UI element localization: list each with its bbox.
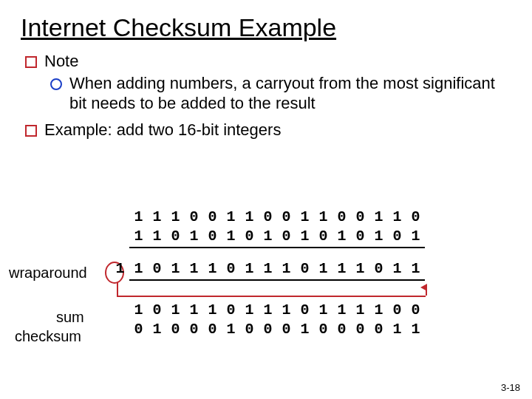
carry-cell: 1 (111, 260, 129, 277)
bit-cell: 1 (296, 228, 314, 245)
arrow-left-icon (420, 284, 427, 291)
bit-cell: 0 (388, 228, 406, 245)
bit-cell: 0 (148, 260, 166, 277)
bullet-note: Note (25, 51, 511, 72)
bit-cell: 0 (351, 321, 369, 338)
bit-cell: 1 (222, 321, 240, 338)
bullet-example-label: Example: add two 16-bit integers (44, 120, 511, 140)
bit-cell: 0 (148, 301, 166, 318)
bit-cell: 0 (332, 321, 351, 338)
bit-cell: 1 (406, 321, 425, 338)
label-checksum: checksum (15, 328, 81, 345)
bit-cell: 0 (166, 321, 185, 338)
bit-cell: 1 (203, 260, 222, 277)
bit-cell: 1 (129, 260, 148, 277)
bit-cell: 0 (259, 321, 277, 338)
bit-cell: 1 (296, 321, 314, 338)
bit-cell: 1 (332, 301, 351, 318)
square-bullet-icon (25, 56, 37, 68)
row-raw-sum: 1 1 0 1 1 1 0 1 1 1 0 1 1 1 0 1 1 (111, 259, 425, 278)
label-sum: sum (56, 309, 84, 326)
bit-cell: 0 (296, 260, 314, 277)
bit-cell: 1 (129, 228, 148, 245)
bit-cell: 1 (148, 228, 166, 245)
bit-cell: 0 (388, 301, 406, 318)
bullet-example: Example: add two 16-bit integers (25, 120, 511, 140)
bit-cell: 1 (369, 208, 388, 225)
bit-cell: 0 (185, 208, 203, 225)
bit-cell: 0 (277, 228, 296, 245)
bit-cell: 1 (351, 260, 369, 277)
divider-line (129, 247, 425, 248)
bullet-note-sub: When adding numbers, a carryout from the… (50, 73, 511, 114)
bit-cell: 0 (222, 260, 240, 277)
bit-cell: 0 (369, 260, 388, 277)
bit-cell: 0 (314, 321, 332, 338)
wraparound-arrow-icon (117, 282, 118, 296)
bit-cell: 1 (406, 260, 425, 277)
row-checksum: 0 1 0 0 0 1 0 0 0 1 0 0 0 0 1 1 (111, 319, 425, 338)
bit-cell: 1 (129, 301, 148, 318)
bit-cell: 0 (240, 228, 259, 245)
slide: Internet Checksum Example Note When addi… (0, 0, 532, 399)
bit-cell: 0 (406, 301, 425, 318)
bit-cell: 1 (185, 228, 203, 245)
bit-cell: 1 (369, 301, 388, 318)
bit-cell: 0 (369, 321, 388, 338)
bit-cell: 1 (259, 260, 277, 277)
bit-cell: 0 (314, 228, 332, 245)
bit-cell: 0 (222, 301, 240, 318)
bit-cell: 0 (203, 208, 222, 225)
bit-cell: 0 (240, 321, 259, 338)
bit-cell: 1 (277, 260, 296, 277)
row-operand-a: 1 1 1 0 0 1 1 0 0 1 1 0 0 1 1 0 (111, 207, 425, 226)
wraparound-arrow-icon (117, 296, 426, 297)
bit-cell: 0 (185, 321, 203, 338)
bit-cell: 1 (240, 301, 259, 318)
bit-cell: 1 (406, 228, 425, 245)
bit-cell: 1 (277, 301, 296, 318)
bit-cell: 1 (185, 260, 203, 277)
bits-table: 1 1 1 0 0 1 1 0 0 1 1 0 0 1 1 0 1 1 0 1 … (111, 207, 425, 338)
bit-cell: 0 (203, 321, 222, 338)
bit-cell: 0 (259, 208, 277, 225)
bit-cell: 1 (296, 208, 314, 225)
bit-cell: 1 (148, 208, 166, 225)
bit-cell: 1 (388, 260, 406, 277)
bit-cell: 0 (203, 228, 222, 245)
bullet-note-sub-text: When adding numbers, a carryout from the… (69, 73, 511, 114)
bit-cell: 1 (166, 260, 185, 277)
slide-number: 3-18 (501, 382, 520, 393)
bit-cell: 0 (277, 321, 296, 338)
bit-cell: 0 (332, 208, 351, 225)
page-title: Internet Checksum Example (21, 13, 511, 42)
bit-cell: 1 (388, 321, 406, 338)
bit-cell: 1 (166, 301, 185, 318)
circle-bullet-icon (50, 78, 62, 90)
bit-cell: 1 (148, 321, 166, 338)
bit-cell: 1 (259, 301, 277, 318)
divider-line (129, 279, 425, 281)
bit-cell: 0 (129, 321, 148, 338)
bit-cell: 0 (296, 301, 314, 318)
bit-cell: 1 (129, 208, 148, 225)
bit-cell: 1 (259, 228, 277, 245)
bit-cell: 1 (388, 208, 406, 225)
bit-cell: 1 (314, 208, 332, 225)
bit-cell: 0 (351, 208, 369, 225)
bit-cell: 0 (351, 228, 369, 245)
bit-cell: 1 (240, 208, 259, 225)
row-sum: 1 0 1 1 1 0 1 1 1 0 1 1 1 1 0 0 (111, 300, 425, 319)
bit-cell: 1 (166, 208, 185, 225)
bit-cell: 1 (240, 260, 259, 277)
bit-cell: 0 (277, 208, 296, 225)
bit-cell: 1 (351, 301, 369, 318)
bullet-list: Note When adding numbers, a carryout fro… (21, 51, 511, 140)
bit-cell: 0 (166, 228, 185, 245)
bit-cell: 1 (332, 260, 351, 277)
bit-cell: 1 (185, 301, 203, 318)
bit-cell: 1 (222, 208, 240, 225)
label-wraparound: wraparound (9, 265, 87, 282)
bit-cell: 1 (222, 228, 240, 245)
bullet-note-label: Note (44, 51, 511, 72)
